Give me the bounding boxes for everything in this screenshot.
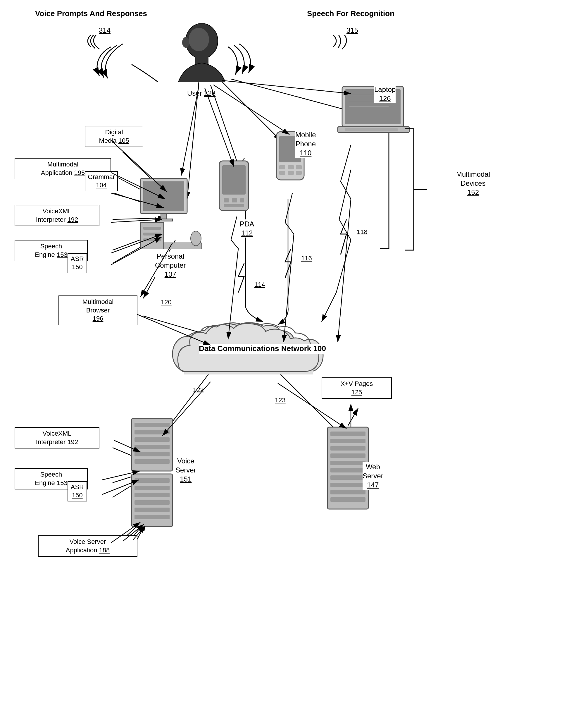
ref-114: 114 [254,281,265,288]
svg-rect-28 [143,181,184,210]
speech-engine-top-box: Speech Engine 153 ASR 150 [15,240,88,261]
speech-engine-bottom-box: Speech Engine 153 ASR 150 [15,468,88,489]
asr-top-box: ASR 150 [67,253,87,273]
svg-rect-78 [134,452,170,457]
svg-line-101 [213,85,290,135]
user-figure [170,23,234,88]
speech-ref: 315 [346,26,358,35]
svg-rect-51 [296,171,302,175]
svg-rect-46 [279,165,285,169]
pda-device [213,158,254,217]
svg-rect-93 [330,468,365,472]
lightning-118 [336,219,354,255]
sound-waves-right [322,35,357,59]
multimodal-devices-label: Multimodal Devices 152 [456,170,490,197]
svg-rect-77 [134,445,170,449]
svg-rect-32 [143,227,161,230]
voice-prompts-ref: 314 [99,26,110,35]
personal-computer-label: Personal Computer 107 [155,251,186,279]
svg-rect-83 [134,493,170,497]
web-server-label: Web Server 147 [362,462,383,490]
svg-rect-40 [232,198,237,202]
diagram: Voice Prompts And Responses Speech For R… [0,0,588,727]
ref-123: 123 [275,397,286,404]
voicexml-interp-top-box: VoiceXML Interpreter 192 [15,205,100,226]
svg-rect-49 [279,171,285,175]
svg-rect-74 [134,423,170,427]
data-network-cloud [170,322,345,386]
svg-rect-76 [134,437,170,442]
svg-rect-94 [330,476,365,480]
svg-rect-89 [330,439,365,443]
ref-116: 116 [301,255,312,262]
svg-line-11 [231,79,351,111]
grammar-box: Grammar 104 [85,171,118,191]
voice-server-label: Voice Server 151 [175,457,196,484]
svg-line-119 [348,408,358,426]
svg-rect-85 [134,508,170,512]
svg-rect-90 [330,446,365,450]
ref-122: 122 [193,386,204,394]
svg-rect-48 [296,165,302,169]
svg-line-9 [211,85,240,170]
multimodal-app-box: Multimodal Application 195 Grammar 104 [15,158,111,179]
svg-rect-84 [134,500,170,505]
svg-rect-82 [134,486,170,490]
svg-rect-41 [240,198,244,202]
svg-rect-97 [330,497,365,502]
svg-rect-75 [134,430,170,435]
svg-rect-42 [224,204,244,207]
mobile-phone-label: Mobile Phone 110 [295,130,316,158]
xv-pages-box: X+V Pages 125 [322,378,392,399]
svg-rect-86 [134,515,170,519]
lightning-116 [281,249,298,278]
svg-line-99 [181,86,199,176]
svg-point-36 [191,231,201,246]
svg-line-102 [222,80,351,94]
ref-118: 118 [357,228,368,236]
svg-rect-81 [134,478,170,483]
ref-120: 120 [161,298,172,306]
svg-rect-30 [155,219,172,221]
asr-bottom-box: ASR 150 [67,481,87,501]
data-network-label: Data Communications Network 100 [199,344,326,354]
svg-rect-38 [222,165,246,195]
voice-server-device [126,416,178,538]
svg-rect-34 [143,238,161,241]
svg-rect-58 [345,128,398,131]
voice-server-app-box: Voice Server Application 188 [38,536,138,557]
svg-rect-39 [224,198,229,202]
laptop-label: Laptop 126 [374,85,396,103]
svg-rect-96 [330,490,365,494]
voice-prompts-label: Voice Prompts And Responses [35,9,147,19]
svg-rect-91 [330,453,365,458]
svg-point-26 [182,37,189,48]
svg-rect-47 [288,165,294,169]
voicexml-interp-bottom-box: VoiceXML Interpreter 192 [15,427,100,448]
svg-rect-33 [143,233,161,236]
svg-rect-92 [330,461,365,465]
multimodal-browser-box: Multimodal Browser 196 [59,296,138,325]
lightning-114 [234,263,251,292]
personal-computer-device [134,176,205,249]
svg-rect-95 [330,483,365,487]
user-label: User 128 [187,89,215,97]
svg-line-100 [205,88,234,167]
pda-label: PDA 112 [240,219,254,238]
sound-waves-left [79,35,114,59]
speech-recognition-label: Speech For Recognition [307,9,395,19]
svg-rect-79 [134,459,170,464]
svg-rect-50 [288,171,294,175]
digital-media-box: Digital Media 105 [85,126,143,147]
svg-rect-88 [330,431,365,436]
svg-point-24 [189,28,209,51]
